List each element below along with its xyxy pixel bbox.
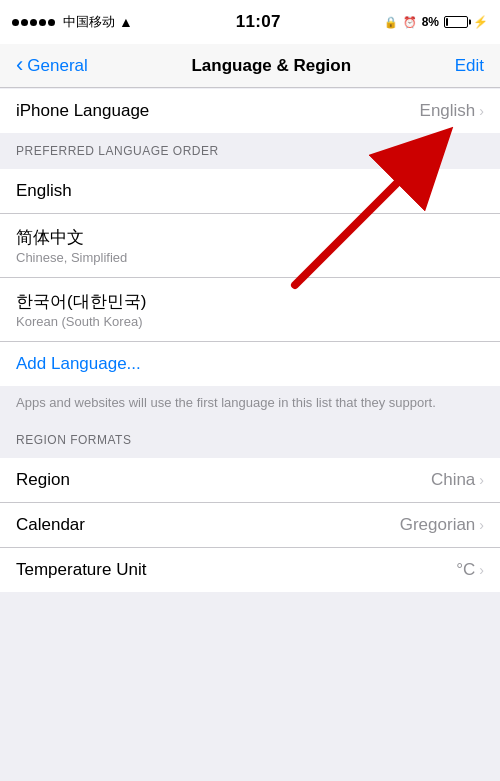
iphone-language-value: English › — [420, 101, 484, 121]
signal-dot-2 — [21, 19, 28, 26]
temperature-label: Temperature Unit — [16, 560, 146, 580]
preferred-language-header: PREFERRED LANGUAGE ORDER — [0, 133, 500, 169]
signal-dot-3 — [30, 19, 37, 26]
chevron-icon: › — [479, 472, 484, 488]
calendar-row[interactable]: Calendar Gregorian › — [0, 503, 500, 548]
wifi-icon: ▲ — [119, 14, 133, 30]
region-label: Region — [16, 470, 70, 490]
language-sub-korean: Korean (South Korea) — [16, 314, 484, 329]
region-value: China › — [431, 470, 484, 490]
signal-dot-5 — [48, 19, 55, 26]
language-name-chinese: 简体中文 — [16, 226, 484, 249]
status-bar: 中国移动 ▲ 11:07 🔒 ⏰ 8% ⚡ — [0, 0, 500, 44]
page-title: Language & Region — [191, 56, 351, 76]
iphone-language-row[interactable]: iPhone Language English › — [0, 89, 500, 133]
signal-dot-1 — [12, 19, 19, 26]
language-sub-chinese: Chinese, Simplified — [16, 250, 484, 265]
status-right: 🔒 ⏰ 8% ⚡ — [384, 15, 488, 29]
carrier-label: 中国移动 — [63, 13, 115, 31]
temperature-row[interactable]: Temperature Unit °C › — [0, 548, 500, 592]
calendar-value: Gregorian › — [400, 515, 484, 535]
chevron-icon: › — [479, 517, 484, 533]
language-name-korean: 한국어(대한민국) — [16, 290, 484, 313]
preferred-language-label: PREFERRED LANGUAGE ORDER — [16, 144, 219, 158]
battery-percent: 8% — [422, 15, 439, 29]
add-language-button[interactable]: Add Language... — [0, 342, 500, 386]
alarm-icon: ⏰ — [403, 16, 417, 29]
charging-icon: ⚡ — [473, 15, 488, 29]
region-formats-header: REGION FORMATS — [0, 422, 500, 458]
iphone-language-label: iPhone Language — [16, 101, 149, 121]
back-label: General — [27, 56, 87, 76]
region-row[interactable]: Region China › — [0, 458, 500, 503]
edit-button[interactable]: Edit — [455, 56, 484, 76]
iphone-language-section: iPhone Language English › — [0, 88, 500, 133]
battery-fill — [446, 18, 448, 26]
signal-dots — [12, 19, 55, 26]
region-formats-list: Region China › Calendar Gregorian › Temp… — [0, 458, 500, 592]
nav-bar: ‹ General Language & Region Edit — [0, 44, 500, 88]
lock-icon: 🔒 — [384, 16, 398, 29]
language-name-english: English — [16, 181, 484, 201]
list-item[interactable]: English — [0, 169, 500, 214]
language-list: English 简体中文 Chinese, Simplified 한국어(대한민… — [0, 169, 500, 386]
calendar-label: Calendar — [16, 515, 85, 535]
signal-dot-4 — [39, 19, 46, 26]
region-formats-label: REGION FORMATS — [16, 433, 131, 447]
chevron-icon: › — [479, 103, 484, 119]
chevron-icon: › — [479, 562, 484, 578]
info-text-box: Apps and websites will use the first lan… — [0, 386, 500, 422]
status-left: 中国移动 ▲ — [12, 13, 133, 31]
back-arrow-icon: ‹ — [16, 54, 23, 76]
info-text: Apps and websites will use the first lan… — [16, 394, 484, 412]
status-time: 11:07 — [236, 12, 281, 32]
list-item[interactable]: 한국어(대한민국) Korean (South Korea) — [0, 278, 500, 342]
temperature-value: °C › — [456, 560, 484, 580]
battery-bar — [444, 16, 468, 28]
back-button[interactable]: ‹ General — [16, 56, 88, 76]
list-item[interactable]: 简体中文 Chinese, Simplified — [0, 214, 500, 278]
